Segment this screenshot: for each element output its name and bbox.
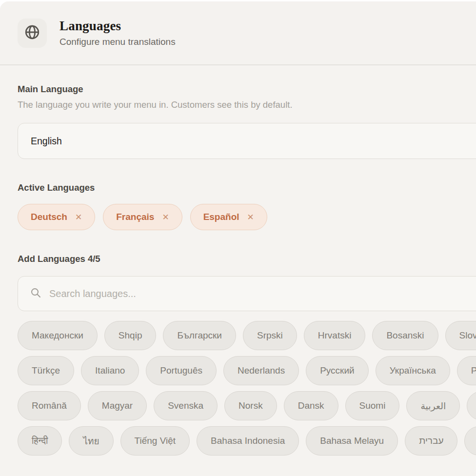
language-pill[interactable]: Български bbox=[163, 321, 236, 350]
remove-icon[interactable]: ✕ bbox=[75, 213, 82, 221]
search-icon bbox=[30, 287, 41, 300]
language-pill[interactable]: ไทย bbox=[69, 426, 113, 456]
language-pill[interactable]: Türkçe bbox=[18, 356, 74, 385]
active-languages-chips: Deutsch ✕ Français ✕ Español ✕ bbox=[18, 204, 476, 230]
language-pill[interactable]: हिन्दी bbox=[18, 426, 62, 456]
search-input[interactable] bbox=[49, 288, 476, 299]
language-pill[interactable]: Bosanski bbox=[372, 321, 438, 350]
available-languages: Македонски Shqip Български Srpski Hrvats… bbox=[18, 321, 476, 456]
languages-settings-card: Languages Configure menu translations Ma… bbox=[0, 1, 476, 476]
language-pill[interactable]: Українська bbox=[376, 356, 450, 385]
globe-icon-tile bbox=[18, 19, 47, 48]
language-pill[interactable]: Italiano bbox=[81, 356, 139, 385]
card-header: Languages Configure menu translations bbox=[0, 1, 476, 65]
language-pill[interactable]: Bahasa Melayu bbox=[306, 426, 398, 456]
language-pill[interactable]: Slovenščina bbox=[445, 321, 476, 350]
language-pill-row: Türkçe Italiano Português Nederlands Рус… bbox=[18, 356, 476, 385]
language-pill-row: हिन्दी ไทย Tiếng Việt Bahasa Indonesia B… bbox=[18, 426, 476, 456]
chip-label: Français bbox=[116, 212, 154, 222]
language-pill[interactable]: Română bbox=[18, 391, 81, 420]
main-language-field[interactable]: English bbox=[18, 123, 476, 159]
add-languages-label: Add Languages 4/5 bbox=[18, 254, 476, 264]
language-pill[interactable]: Magyar bbox=[88, 391, 147, 420]
language-pill[interactable]: 中文 bbox=[467, 391, 476, 420]
language-pill[interactable]: العربية bbox=[406, 391, 460, 420]
language-pill[interactable]: Nederlands bbox=[223, 356, 299, 385]
language-pill[interactable]: Srpski bbox=[243, 321, 297, 350]
active-languages-label: Active Languages bbox=[18, 182, 476, 193]
language-pill[interactable]: Dansk bbox=[284, 391, 338, 420]
language-pill[interactable]: Português bbox=[146, 356, 217, 385]
globe-icon bbox=[24, 24, 40, 42]
chip-label: Deutsch bbox=[31, 212, 67, 222]
search-field[interactable] bbox=[18, 276, 476, 311]
language-pill[interactable]: ქართული bbox=[464, 426, 476, 456]
language-pill-row: Македонски Shqip Български Srpski Hrvats… bbox=[18, 321, 476, 350]
language-pill[interactable]: Hrvatski bbox=[304, 321, 366, 350]
language-pill[interactable]: Polski bbox=[457, 356, 476, 385]
card-body: Main Language The language you write you… bbox=[0, 84, 476, 456]
main-language-label: Main Language bbox=[18, 84, 476, 95]
language-pill[interactable]: Македонски bbox=[18, 321, 98, 350]
language-pill-row: Română Magyar Svenska Norsk Dansk Suomi … bbox=[18, 391, 476, 420]
language-pill[interactable]: Shqip bbox=[104, 321, 157, 350]
language-pill[interactable]: Bahasa Indonesia bbox=[197, 426, 299, 456]
language-pill[interactable]: Norsk bbox=[224, 391, 277, 420]
remove-icon[interactable]: ✕ bbox=[162, 213, 169, 221]
language-pill[interactable]: Tiếng Việt bbox=[120, 426, 190, 456]
active-language-chip-espanol[interactable]: Español ✕ bbox=[190, 204, 267, 230]
chip-label: Español bbox=[203, 212, 239, 222]
main-language-description: The language you write your menu in. Cus… bbox=[18, 99, 476, 110]
page-title: Languages bbox=[60, 19, 176, 34]
language-pill[interactable]: Svenska bbox=[154, 391, 218, 420]
language-pill[interactable]: עברית bbox=[405, 426, 457, 456]
header-texts: Languages Configure menu translations bbox=[60, 19, 176, 47]
page-subtitle: Configure menu translations bbox=[60, 37, 176, 47]
remove-icon[interactable]: ✕ bbox=[247, 213, 254, 221]
language-pill[interactable]: Русский bbox=[306, 356, 369, 385]
active-language-chip-deutsch[interactable]: Deutsch ✕ bbox=[18, 204, 95, 230]
active-language-chip-francais[interactable]: Français ✕ bbox=[103, 204, 182, 230]
language-pill[interactable]: Suomi bbox=[345, 391, 400, 420]
